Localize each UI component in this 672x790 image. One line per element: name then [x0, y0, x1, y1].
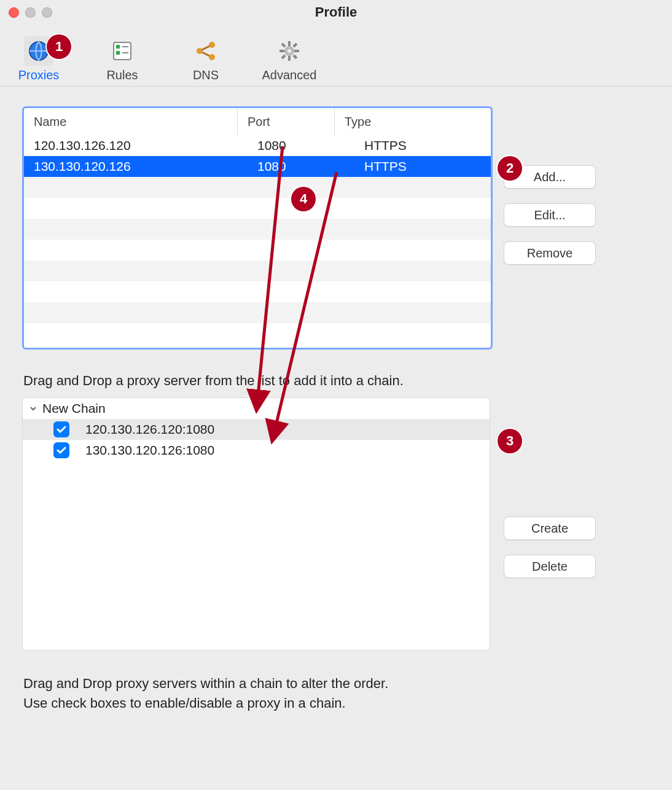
titlebar: Profile — [0, 0, 672, 25]
svg-point-7 — [209, 42, 215, 48]
chain-item[interactable]: 130.130.120.126:1080 — [23, 440, 490, 461]
gear-icon — [275, 36, 304, 66]
cell-port: 1080 — [248, 159, 354, 174]
window-controls — [9, 7, 52, 18]
svg-line-18 — [294, 44, 297, 47]
window-title: Profile — [0, 4, 672, 20]
cell-name: 120.130.126.120 — [24, 138, 248, 153]
checkbox-icon[interactable] — [53, 421, 69, 437]
table-row[interactable]: 130.130.120.126 1080 HTTPS — [24, 156, 491, 177]
delete-button[interactable]: Delete — [504, 555, 596, 578]
minimize-icon[interactable] — [25, 7, 36, 18]
cell-name: 130.130.120.126 — [24, 159, 248, 174]
footer-line-1: Drag and Drop proxy servers within a cha… — [23, 674, 655, 694]
chain-title: New Chain — [42, 401, 106, 416]
drag-hint: Drag and Drop a proxy server from the li… — [23, 373, 655, 389]
maximize-icon[interactable] — [42, 7, 52, 18]
tab-proxies[interactable]: Proxies — [11, 36, 66, 82]
chain-item[interactable]: 120.130.126.120:1080 — [23, 419, 490, 440]
add-button[interactable]: Add... — [504, 165, 596, 189]
chain-item-label: 130.130.120.126:1080 — [85, 443, 214, 458]
svg-rect-2 — [116, 45, 120, 49]
tab-dns[interactable]: DNS — [178, 36, 233, 82]
tab-label: Rules — [106, 68, 138, 82]
tab-advanced[interactable]: Advanced — [262, 36, 317, 82]
create-button[interactable]: Create — [504, 517, 596, 540]
svg-line-17 — [294, 55, 297, 58]
tab-label: DNS — [193, 68, 219, 82]
chain-list[interactable]: New Chain 120.130.126.120:1080 130.130.1… — [22, 397, 490, 651]
svg-line-10 — [202, 52, 209, 56]
table-row[interactable] — [24, 281, 491, 302]
chain-actions: Create Delete — [504, 517, 596, 578]
table-row[interactable]: 120.130.126.120 1080 HTTPS — [24, 135, 491, 156]
tab-label: Advanced — [262, 68, 317, 82]
footer-line-2: Use check boxes to enable/disable a prox… — [23, 694, 655, 713]
chain-item-label: 120.130.126.120:1080 — [85, 422, 214, 437]
column-type[interactable]: Type — [335, 108, 491, 135]
chain-header[interactable]: New Chain — [23, 398, 490, 419]
column-port[interactable]: Port — [238, 108, 335, 135]
content-area: Name Port Type 120.130.126.120 1080 HTTP… — [0, 87, 672, 713]
globe-icon — [24, 36, 53, 66]
svg-point-20 — [287, 49, 291, 53]
svg-point-6 — [197, 48, 203, 54]
table-header: Name Port Type — [24, 108, 491, 135]
table-row[interactable] — [24, 323, 491, 344]
cell-port: 1080 — [248, 138, 354, 153]
profile-window: Profile Proxies Rules DNS Advanced — [0, 0, 672, 790]
svg-rect-3 — [116, 51, 120, 55]
tab-label: Proxies — [18, 68, 60, 82]
proxy-table[interactable]: Name Port Type 120.130.126.120 1080 HTTP… — [22, 106, 493, 350]
tab-rules[interactable]: Rules — [95, 36, 150, 82]
table-row[interactable] — [24, 219, 491, 240]
remove-button[interactable]: Remove — [504, 241, 596, 265]
toolbar: Proxies Rules DNS Advanced — [0, 25, 672, 87]
svg-line-19 — [282, 55, 285, 58]
svg-line-16 — [282, 44, 285, 47]
list-icon — [107, 36, 137, 66]
table-row[interactable] — [24, 198, 491, 219]
table-body: 120.130.126.120 1080 HTTPS 130.130.120.1… — [24, 135, 491, 344]
svg-point-8 — [209, 54, 215, 60]
close-icon[interactable] — [9, 7, 19, 18]
table-row[interactable] — [24, 260, 491, 281]
cell-type: HTTPS — [354, 138, 491, 153]
chevron-down-icon[interactable] — [29, 404, 37, 413]
table-row[interactable] — [24, 240, 491, 260]
edit-button[interactable]: Edit... — [504, 203, 596, 227]
table-row[interactable] — [24, 302, 491, 323]
proxy-actions: Add... Edit... Remove — [504, 165, 596, 265]
svg-line-9 — [202, 46, 209, 50]
column-name[interactable]: Name — [24, 108, 238, 135]
checkbox-icon[interactable] — [53, 442, 69, 458]
share-icon — [191, 36, 221, 66]
table-row[interactable] — [24, 177, 491, 198]
footer-text: Drag and Drop proxy servers within a cha… — [23, 674, 655, 713]
cell-type: HTTPS — [354, 159, 491, 174]
